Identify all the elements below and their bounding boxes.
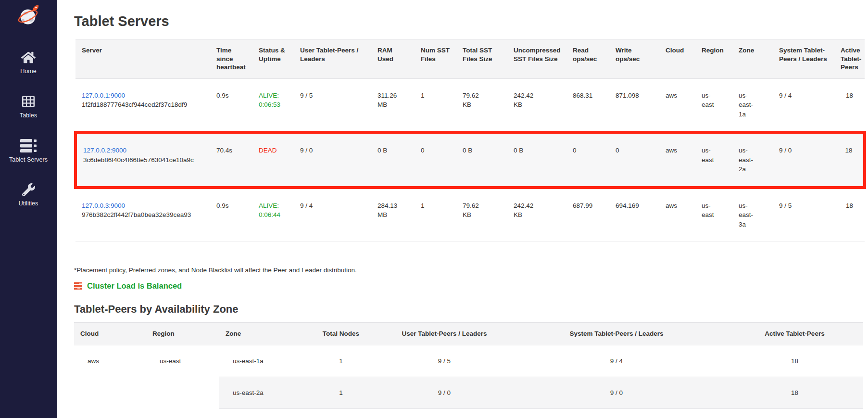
heartbeat-cell: 0.9s [210,78,252,132]
tserver-row-2-dead-highlighted: 127.0.0.2:9000 3c6deb86f40c4f668e5763041… [75,132,865,188]
sidebar-item-home[interactable]: Home [0,51,57,75]
cloud-cell: aws [659,132,695,188]
server-link[interactable]: 127.0.0.1:9000 [82,92,125,99]
num-sst-cell: 0 [415,132,456,188]
yugabyte-logo[interactable] [17,4,40,29]
az-col-header-total-nodes: Total Nodes [300,323,382,345]
region-cell: us-east [695,132,732,188]
system-peers-cell: 9 / 0 [773,132,834,188]
tablet-peers-by-az-table: Cloud Region Zone Total Nodes User Table… [74,322,863,418]
total-sst-cell: 0 B [456,132,507,188]
load-balance-icon [74,282,82,290]
tablet-servers-header-row: Server Time since heartbeat Status & Upt… [75,39,865,79]
status-cell: ALIVE: 0:06:44 [252,188,294,241]
main-content: Tablet Servers Server Time since heartbe… [57,0,868,418]
system-peers-cell: 9 / 5 [773,188,834,241]
write-ops-cell: 694.169 [609,188,659,241]
utilities-wrench-icon [22,183,35,196]
az-header-row: Cloud Region Zone Total Nodes User Table… [74,323,863,345]
server-cell: 127.0.0.2:9000 3c6deb86f40c4f668e5763041… [75,132,210,188]
write-ops-cell: 871.098 [609,78,659,132]
read-ops-cell: 868.31 [566,78,609,132]
col-header-active-peers: Active Tablet-Peers [834,39,865,79]
az-system-peers-cell: 9 / 5 [507,408,726,418]
status-cell: ALIVE: 0:06:53 [252,78,294,132]
uptime-value: 0:06:53 [259,100,288,110]
col-header-read-ops: Read ops/sec [566,39,609,79]
region-cell: us-east [695,188,732,241]
read-ops-cell: 0 [566,132,609,188]
az-col-header-user-peers: User Tablet-Peers / Leaders [382,323,507,345]
col-header-system-peers: System Tablet-Peers / Leaders [773,39,834,79]
active-peers-cell: 18 [834,78,865,132]
cloud-cell: aws [659,78,695,132]
region-cell: us-east [695,78,732,132]
az-active-peers-cell: 18 [726,377,863,408]
col-header-total-sst: Total SST Files Size [456,39,507,79]
az-user-peers-cell: 9 / 5 [382,345,507,377]
az-cloud-cell: aws [74,345,146,418]
az-col-header-cloud: Cloud [74,323,146,345]
home-icon [21,51,36,64]
server-cell: 127.0.0.1:9000 1f2fd188777643cf944ced2f3… [75,78,210,132]
user-peers-cell: 9 / 0 [294,132,371,188]
status-value: ALIVE: [259,91,288,101]
status-value: ALIVE: [259,201,288,211]
col-header-status: Status & Uptime [252,39,294,79]
ram-cell: 311.26 MB [371,78,415,132]
az-active-peers-cell: 18 [726,408,863,418]
col-header-region: Region [695,39,732,79]
sidebar: Home Tables Tablet Servers Ut [0,0,57,418]
sidebar-item-label: Tables [20,112,37,119]
az-zone-cell: us-east-2a [219,377,300,408]
ram-cell: 284.13 MB [371,188,415,241]
az-zone-cell: us-east-1a [219,345,300,377]
col-header-write-ops: Write ops/sec [609,39,659,79]
server-cell: 127.0.0.3:9000 976b382c2ff442f7ba0bea32e… [75,188,210,241]
az-col-header-region: Region [146,323,219,345]
active-peers-cell: 18 [834,188,865,241]
user-peers-cell: 9 / 5 [294,78,371,132]
col-header-num-sst: Num SST Files [415,39,456,79]
server-link[interactable]: 127.0.0.3:9000 [82,202,125,209]
sidebar-item-label: Home [20,68,36,75]
server-link[interactable]: 127.0.0.2:9000 [83,147,126,154]
tablet-servers-table: Server Time since heartbeat Status & Upt… [74,39,866,241]
cloud-cell: aws [659,188,695,241]
read-ops-cell: 687.99 [566,188,609,241]
status-value: DEAD [259,146,288,155]
col-header-heartbeat: Time since heartbeat [210,39,252,79]
az-col-header-zone: Zone [219,323,300,345]
sidebar-item-label: Tablet Servers [9,156,48,163]
sidebar-item-tablet-servers[interactable]: Tablet Servers [0,139,57,163]
az-total-nodes-cell: 1 [300,345,382,377]
az-user-peers-cell: 9 / 4 [382,408,507,418]
sidebar-item-utilities[interactable]: Utilities [0,183,57,207]
sidebar-item-tables[interactable]: Tables [0,95,57,119]
zone-cell: us-east-3a [732,188,773,241]
sidebar-nav: Home Tables Tablet Servers Ut [0,51,57,207]
az-total-nodes-cell: 1 [300,408,382,418]
server-uuid: 1f2fd188777643cf944ced2f37c18df9 [82,100,204,110]
az-section-title: Tablet-Peers by Availability Zone [74,303,863,316]
uncompressed-sst-cell: 242.42 KB [507,188,566,241]
col-header-ram: RAM Used [371,39,415,79]
heartbeat-cell: 70.4s [210,132,252,188]
num-sst-cell: 1 [415,78,456,132]
cluster-load-status-label: Cluster Load is Balanced [87,281,182,291]
az-region-cell: us-east [146,345,219,418]
planet-rocket-icon [17,4,40,27]
cluster-load-status: Cluster Load is Balanced [74,281,863,291]
ram-cell: 0 B [371,132,415,188]
server-uuid: 976b382c2ff442f7ba0bea32e39cea93 [82,210,204,220]
tserver-row-3: 127.0.0.3:9000 976b382c2ff442f7ba0bea32e… [75,188,865,241]
uptime-value: 0:06:44 [259,210,288,220]
status-cell: DEAD [252,132,294,188]
user-peers-cell: 9 / 4 [294,188,371,241]
write-ops-cell: 0 [609,132,659,188]
az-zone-cell: us-east-3a [219,408,300,418]
az-col-header-active-peers: Active Tablet-Peers [726,323,863,345]
sidebar-item-label: Utilities [19,200,38,207]
placement-policy-footnote: *Placement policy, Preferred zones, and … [74,266,863,274]
az-system-peers-cell: 9 / 4 [507,345,726,377]
